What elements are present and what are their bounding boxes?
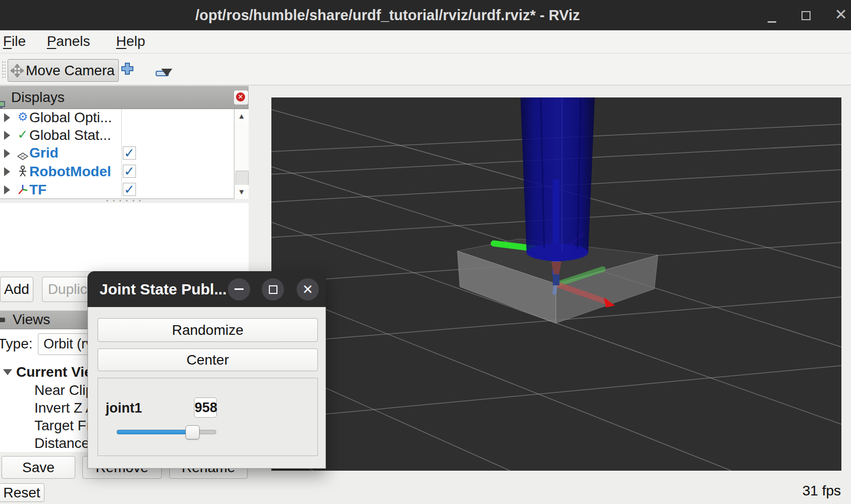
displays-property-area — [0, 203, 249, 272]
minimize-icon — [234, 288, 244, 290]
close-icon[interactable]: ✕ — [833, 0, 849, 30]
joint-slider-fill — [117, 430, 186, 434]
add-button[interactable]: Add — [0, 277, 33, 302]
render-viewport[interactable] — [271, 97, 841, 471]
maximize-icon[interactable] — [801, 11, 811, 20]
joint-value-input[interactable]: 958 — [194, 397, 217, 418]
toolbar: Move Camera — [0, 54, 851, 85]
tree-row-tf[interactable]: TF — [0, 181, 234, 199]
tree-row-label: Global Opti... — [29, 110, 112, 126]
grid-checkbox[interactable]: ✓ — [123, 146, 136, 160]
expand-arrow-icon[interactable] — [4, 185, 10, 194]
tree-row-label: TF — [29, 182, 46, 198]
robotmodel-checkbox[interactable]: ✓ — [123, 165, 136, 178]
toolbar-overflow-icon[interactable] — [161, 69, 172, 76]
minimize-icon[interactable] — [768, 21, 776, 23]
center-button[interactable]: Center — [98, 348, 318, 371]
gear-icon: ⚙ — [16, 110, 29, 124]
randomize-button[interactable]: Randomize — [98, 318, 318, 342]
dialog-body: Randomize Center joint1 958 — [87, 307, 326, 469]
dialog-title-bar[interactable]: Joint State Publ... ✕ — [87, 271, 326, 307]
expand-arrow-icon[interactable] — [4, 149, 10, 158]
joint-name-label: joint1 — [106, 400, 142, 416]
reset-button[interactable]: Reset — [0, 483, 44, 502]
views-panel-title: Views — [13, 311, 50, 329]
expand-arrow-icon[interactable] — [4, 113, 10, 122]
displays-panel-title: Displays — [11, 86, 65, 109]
scroll-up-icon[interactable]: ▲ — [234, 109, 249, 123]
menu-help[interactable]: Help — [113, 30, 149, 53]
tree-row-label: Grid — [29, 145, 59, 161]
tf-checkbox[interactable]: ✓ — [123, 183, 136, 196]
move-camera-label: Move Camera — [26, 63, 115, 79]
tf-axes-icon — [16, 183, 29, 199]
add-tool-icon[interactable] — [121, 62, 134, 79]
window-title: /opt/ros/humble/share/urdf_tutorial/rviz… — [0, 0, 851, 30]
title-bar: /opt/ros/humble/share/urdf_tutorial/rviz… — [0, 0, 851, 30]
collapse-arrow-icon[interactable] — [3, 369, 12, 375]
tree-row-global-status[interactable]: ✓ Global Stat... — [0, 126, 234, 144]
view-property-distance[interactable]: Distance — [34, 435, 89, 451]
panel-splitter[interactable]: • • • • • • — [0, 199, 249, 203]
dialog-title: Joint State Publ... — [100, 271, 227, 307]
expand-arrow-icon[interactable] — [4, 131, 10, 140]
displays-panel-header[interactable]: Displays — [0, 86, 249, 109]
move-icon — [11, 64, 24, 77]
maximize-icon — [269, 285, 277, 294]
displays-tree: ⚙ Global Opti... ✓ Global Stat... Grid — [0, 109, 249, 199]
scrollbar-thumb[interactable] — [235, 171, 249, 186]
dialog-close-button[interactable]: ✕ — [297, 278, 319, 300]
menu-file[interactable]: File — [0, 30, 29, 53]
dialog-maximize-button[interactable] — [262, 278, 284, 300]
rviz-window: /opt/ros/humble/share/urdf_tutorial/rviz… — [0, 0, 851, 504]
joint-slider-handle[interactable] — [185, 425, 200, 439]
toolbar-grip[interactable] — [2, 61, 6, 78]
save-button[interactable]: Save — [2, 456, 75, 479]
joint-state-publisher-dialog: Joint State Publ... ✕ Randomize Center j… — [87, 271, 326, 469]
views-panel-icon — [0, 318, 5, 322]
displays-close-button[interactable]: ✕ — [233, 90, 249, 105]
tree-row-global-options[interactable]: ⚙ Global Opti... — [0, 109, 234, 126]
cylinder-link — [521, 97, 595, 261]
fps-counter: 31 fps — [802, 483, 841, 499]
expand-arrow-icon[interactable] — [4, 167, 10, 176]
view-type-label: Type: — [0, 336, 32, 352]
menu-bar: File Panels Help — [0, 30, 851, 54]
scene-3d — [271, 97, 841, 471]
status-check-icon: ✓ — [16, 127, 29, 142]
close-icon: ✕ — [236, 92, 245, 102]
dialog-minimize-button[interactable] — [228, 278, 250, 300]
tree-row-robotmodel[interactable]: RobotModel — [0, 163, 234, 181]
grid-icon — [16, 148, 29, 164]
tree-row-grid[interactable]: Grid — [0, 144, 234, 163]
menu-panels[interactable]: Panels — [44, 30, 93, 53]
move-camera-button[interactable]: Move Camera — [8, 59, 119, 82]
tree-scrollbar[interactable]: ▲ ▼ — [234, 109, 249, 199]
tree-row-label: RobotModel — [29, 164, 111, 180]
scroll-down-icon[interactable]: ▼ — [234, 185, 249, 199]
close-icon: ✕ — [297, 278, 319, 300]
robot-icon — [16, 165, 29, 181]
tree-row-label: Global Stat... — [29, 127, 111, 143]
